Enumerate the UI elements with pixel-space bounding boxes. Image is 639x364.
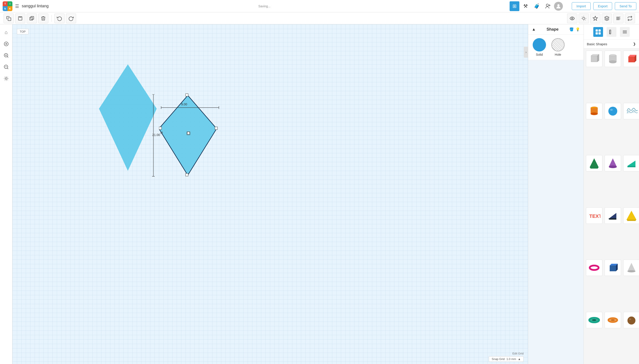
send-to-btn[interactable]: Send To [615, 2, 636, 10]
shape-orange-torus[interactable] [604, 312, 621, 328]
svg-rect-49 [596, 30, 598, 32]
layers-btn[interactable] [602, 14, 612, 23]
shape-gray-cylinder[interactable] [604, 50, 621, 67]
rs-top-icons [584, 24, 639, 40]
svg-point-0 [546, 4, 548, 6]
svg-rect-35 [215, 127, 218, 130]
shape-green-pyramid[interactable] [586, 155, 602, 172]
shape-gray-cone[interactable] [623, 260, 639, 276]
flip-btn[interactable] [625, 14, 635, 23]
shape-red-cube[interactable] [623, 50, 639, 67]
svg-point-3 [557, 4, 559, 6]
top-bar: T I N K ☰ sanggul lintang Saving... ⊞ ⚒ … [0, 0, 639, 12]
shape-brown-sphere[interactable] [623, 312, 639, 328]
undo-button[interactable] [54, 14, 65, 23]
tools-btn[interactable]: ⚒ [521, 1, 530, 11]
shape-teal-ring[interactable] [586, 312, 602, 328]
svg-point-9 [583, 17, 585, 20]
shape-yellow-pyramid[interactable] [623, 208, 639, 224]
delete-button[interactable] [38, 14, 48, 23]
shape-text[interactable]: TEXT [586, 208, 602, 224]
rs-grid-btn[interactable] [593, 27, 603, 37]
svg-point-66 [609, 60, 616, 63]
hole-label: Hole [555, 53, 561, 56]
svg-marker-16 [593, 16, 597, 20]
canvas[interactable]: TOP ↺ 9 [13, 24, 528, 364]
shape-orange-cylinder[interactable] [586, 103, 602, 119]
shape-panel-chevron[interactable]: ▲ [532, 27, 536, 32]
copy-button[interactable] [4, 14, 14, 23]
svg-rect-37 [186, 174, 188, 176]
svg-marker-61 [591, 56, 597, 62]
rs-ruler-btn[interactable] [606, 27, 616, 37]
solid-option[interactable]: Solid [533, 38, 546, 56]
redo-button[interactable] [66, 14, 76, 23]
bucket-icon[interactable]: 🪣 [569, 27, 574, 32]
zoom-in-btn[interactable] [2, 51, 11, 60]
paste-button[interactable] [15, 14, 25, 23]
svg-marker-63 [597, 54, 599, 62]
svg-marker-67 [628, 56, 634, 62]
svg-rect-52 [598, 32, 600, 34]
snap-grid-label: Snap Grid [492, 357, 505, 361]
hole-circle [551, 38, 565, 52]
zoom-out-btn[interactable] [2, 62, 11, 72]
lightbulb-icon[interactable]: 💡 [575, 27, 580, 32]
snap-grid-arrow[interactable]: ▲ [518, 357, 521, 361]
align-btn[interactable] [613, 14, 623, 23]
snap-grid-bar[interactable]: Snap Grid 1.0 mm ▲ [489, 356, 524, 362]
svg-marker-84 [609, 218, 616, 220]
shape-wave[interactable] [623, 103, 639, 119]
basic-shapes-dropdown[interactable]: Basic Shapes ❯ [584, 40, 639, 48]
svg-text:↺: ↺ [160, 131, 163, 135]
rs-list-btn[interactable] [620, 27, 630, 37]
light-btn[interactable] [579, 14, 589, 23]
shape-panel-title: Shape [546, 27, 558, 32]
svg-point-78 [609, 166, 617, 168]
svg-point-39 [187, 132, 190, 134]
grid-view-btn[interactable]: ⊞ [510, 1, 519, 11]
projects-btn[interactable]: 🧳 [532, 1, 541, 11]
add-person-btn[interactable] [543, 1, 553, 11]
svg-point-30 [5, 78, 7, 80]
dropdown-arrow: ❯ [633, 42, 636, 46]
svg-point-100 [611, 319, 615, 321]
shape-dark-prism[interactable] [604, 208, 621, 224]
import-btn[interactable]: Import [572, 2, 591, 10]
menu-icon[interactable]: ☰ [15, 4, 19, 9]
shape-pink-torus[interactable] [586, 260, 602, 276]
hole-option[interactable]: Hole [551, 38, 565, 56]
shape-blue-sphere[interactable] [604, 103, 621, 119]
edit-grid-label[interactable]: Edit Grid [512, 352, 524, 355]
settings-btn[interactable] [2, 74, 11, 83]
svg-rect-6 [30, 17, 33, 20]
view-btn[interactable] [567, 14, 577, 23]
project-name[interactable]: sanggul lintang [22, 4, 256, 8]
view-label: TOP [17, 29, 29, 34]
svg-rect-50 [598, 30, 600, 32]
svg-text:9.00: 9.00 [181, 102, 187, 106]
logo[interactable]: T I N K [3, 1, 13, 11]
svg-point-101 [627, 316, 635, 324]
svg-point-74 [610, 109, 613, 111]
svg-line-13 [585, 20, 585, 20]
shape-purple-cone[interactable] [604, 155, 621, 172]
fullscreen-btn[interactable] [2, 40, 11, 48]
svg-marker-93 [627, 263, 635, 271]
solid-label: Solid [536, 53, 543, 56]
svg-marker-86 [626, 211, 636, 220]
svg-text:TEXT: TEXT [589, 214, 600, 219]
home-btn[interactable]: ⌂ [2, 28, 11, 37]
select-btn[interactable] [590, 14, 600, 23]
shape-gray-cube[interactable] [586, 50, 602, 67]
user-avatar[interactable] [554, 2, 563, 11]
shape-blue-cube-2[interactable] [604, 260, 621, 276]
shapes-grid: TEXT [584, 48, 639, 364]
svg-marker-83 [609, 213, 616, 218]
svg-rect-4 [8, 18, 11, 21]
svg-marker-79 [627, 160, 635, 166]
shape-teal-wedge[interactable] [623, 155, 639, 172]
export-btn[interactable]: Export [593, 2, 612, 10]
shape-options: Solid Hole [528, 34, 583, 60]
duplicate-button[interactable] [27, 14, 37, 23]
